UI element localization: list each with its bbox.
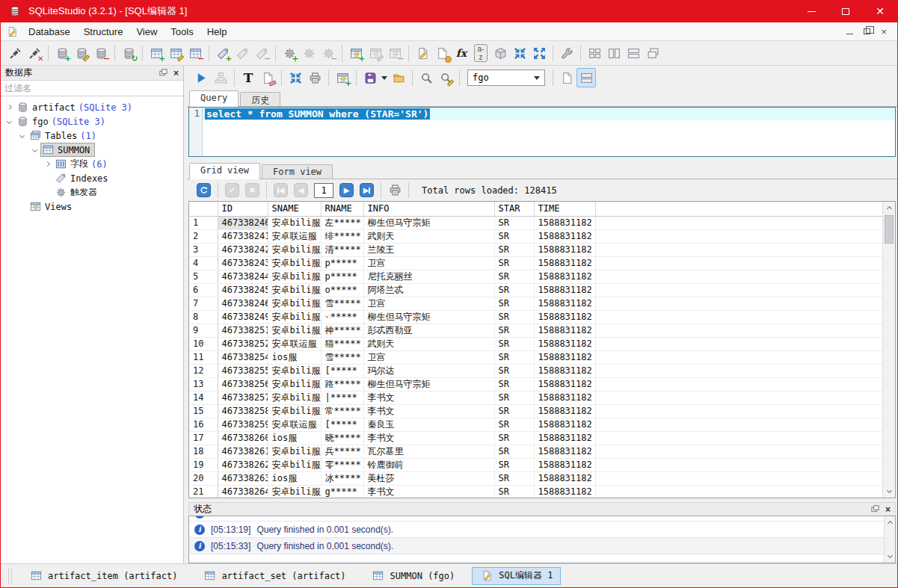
tree-item-indexes[interactable]: Indexes	[1, 171, 183, 185]
undock-status-icon[interactable]	[871, 505, 879, 513]
row-number-cell[interactable]: 11	[189, 350, 218, 364]
grid-cell[interactable]: 尼托克丽丝	[363, 270, 494, 283]
grid-cell[interactable]: SR	[494, 243, 534, 256]
taskbar-item-sql编辑器[interactable]: SQL编辑器 1	[472, 567, 561, 585]
grid-cell[interactable]: 467338243	[218, 256, 268, 270]
menu-tools[interactable]: Tools	[164, 24, 200, 40]
grid-cell[interactable]: 467338249	[218, 310, 268, 324]
prev-page-button[interactable]: ◀	[294, 183, 308, 197]
tab-grid-view[interactable]: Grid view	[189, 163, 260, 179]
grid-cell[interactable]: SR	[494, 431, 534, 445]
grid-cell[interactable]: 467338252	[218, 337, 268, 350]
grid-cell[interactable]: 467338246	[218, 297, 268, 310]
commit-button[interactable]: ✔	[225, 183, 239, 197]
grid-cell[interactable]: 安卓bili服	[268, 297, 321, 310]
menu-help[interactable]: Help	[200, 24, 234, 40]
row-number-cell[interactable]: 12	[189, 364, 218, 377]
grid-cell[interactable]: SR	[494, 445, 534, 458]
create-view-from-query-button[interactable]: +	[333, 68, 352, 87]
grid-vertical-scrollbar[interactable]	[882, 202, 895, 498]
grid-cell[interactable]: 1588831182	[534, 471, 595, 485]
grid-cell[interactable]: SR	[494, 310, 534, 324]
save-sql-button[interactable]	[360, 68, 380, 87]
tab-历史[interactable]: 历史	[240, 92, 280, 106]
grid-cell[interactable]: 467338258	[218, 404, 268, 418]
menu-structure[interactable]: Structure	[77, 24, 130, 40]
row-number-cell[interactable]: 5	[189, 270, 218, 283]
grid-cell[interactable]: 467338257	[218, 391, 268, 404]
mdi-tile-button[interactable]	[585, 43, 604, 63]
grid-cell[interactable]: 安卓bili服	[268, 391, 321, 404]
grid-cell[interactable]: 1588831182	[534, 404, 595, 418]
grid-cell[interactable]: 1588831182	[534, 418, 595, 431]
grid-cell[interactable]: 雪*****	[321, 297, 363, 310]
row-number-cell[interactable]: 2	[189, 229, 218, 243]
grid-cell[interactable]: 卫宫	[363, 297, 494, 310]
drop-trigger-button[interactable]: −	[319, 43, 338, 63]
page-number-input[interactable]	[314, 183, 333, 198]
taskbar-item-artifact_set[interactable]: artifact_set (artifact)	[194, 567, 354, 585]
new-tab-button[interactable]	[557, 68, 576, 87]
menu-database[interactable]: Database	[22, 24, 77, 40]
collapse-all-button[interactable]	[510, 43, 529, 63]
scroll-up-icon[interactable]	[885, 516, 895, 528]
refresh-grid-button[interactable]	[197, 183, 211, 197]
mdi-restore-button[interactable]	[864, 26, 870, 37]
maximize-button[interactable]	[828, 0, 863, 22]
grid-cell[interactable]: 彭忒西勒亚	[363, 324, 494, 337]
grid-cell[interactable]: 常*****	[321, 404, 363, 418]
add-database-button[interactable]: +	[52, 43, 72, 63]
column-header-time[interactable]: TIME	[534, 202, 595, 216]
grid-cell[interactable]: 柳生但马守宗矩	[363, 377, 494, 391]
grid-cell[interactable]: 467338240	[218, 216, 268, 229]
grid-cell[interactable]: 安卓bili服	[268, 458, 321, 471]
grid-cell[interactable]: SR	[494, 350, 534, 364]
grid-cell[interactable]: SR	[494, 391, 534, 404]
row-number-cell[interactable]: 8	[189, 310, 218, 324]
grid-cell[interactable]: [*****	[321, 418, 363, 431]
grid-cell[interactable]: p*****	[321, 270, 363, 283]
tab-form-view[interactable]: Form view	[262, 164, 333, 179]
grid-cell[interactable]: p*****	[321, 256, 363, 270]
grid-cell[interactable]: SR	[494, 337, 534, 350]
functions-editor-button[interactable]: fx	[452, 43, 471, 63]
mdi-cascade-button[interactable]	[643, 43, 662, 63]
grid-cell[interactable]: 武则天	[363, 229, 494, 243]
open-sql-editor-button[interactable]	[413, 43, 432, 63]
disconnect-button[interactable]: ✕	[25, 43, 44, 63]
grid-cell[interactable]: 安卓bili服	[268, 283, 321, 297]
grid-cell[interactable]: 1588831182	[534, 350, 595, 364]
grid-cell[interactable]: 武则天	[363, 337, 494, 350]
grid-cell[interactable]: 1588831182	[534, 337, 595, 350]
grid-cell[interactable]: 安卓联运服	[268, 337, 321, 350]
grid-cell[interactable]: 1588831182	[534, 216, 595, 229]
tree-item-artifact[interactable]: artifact(SQLite 3)	[1, 100, 183, 114]
grid-cell[interactable]: 1588831182	[534, 283, 595, 297]
next-page-button[interactable]: ▶	[339, 183, 354, 197]
taskbar-item-summon[interactable]: SUMMON (fgo)	[363, 567, 464, 585]
grid-cell[interactable]: 467338244	[218, 270, 268, 283]
grid-cell[interactable]: ios服	[268, 431, 321, 445]
grid-cell[interactable]: 李书文	[363, 404, 494, 418]
rollback-button[interactable]: ✖	[245, 183, 259, 197]
mdi-tile-horizontal-button[interactable]	[624, 43, 643, 63]
new-table-button[interactable]: +	[147, 43, 166, 63]
grid-cell[interactable]: 铃鹿御前	[363, 458, 494, 471]
grid-cell[interactable]: 冰*****	[321, 471, 363, 485]
grid-cell[interactable]: 1588831182	[534, 324, 595, 337]
grid-cell[interactable]: 467338241	[218, 229, 268, 243]
grid-cell[interactable]: SR	[494, 404, 534, 418]
row-number-cell[interactable]: 15	[189, 404, 218, 418]
tree-item-fgo[interactable]: fgo(SQLite 3)	[1, 114, 183, 129]
scroll-up-icon[interactable]	[883, 202, 895, 214]
connect-button[interactable]	[5, 43, 25, 63]
grid-cell[interactable]: o*****	[321, 283, 363, 297]
grid-cell[interactable]: 绯*****	[321, 229, 363, 243]
tree-item-字段[interactable]: 字段(6)	[1, 157, 183, 171]
grid-cell[interactable]: 安卓bili服	[268, 445, 321, 458]
grid-cell[interactable]: 晓*****	[321, 431, 363, 445]
row-number-cell[interactable]: 10	[189, 337, 218, 350]
print-query-button[interactable]	[305, 68, 325, 87]
mdi-close-button[interactable]: ×	[881, 27, 887, 37]
grid-cell[interactable]: 神*****	[321, 324, 363, 337]
